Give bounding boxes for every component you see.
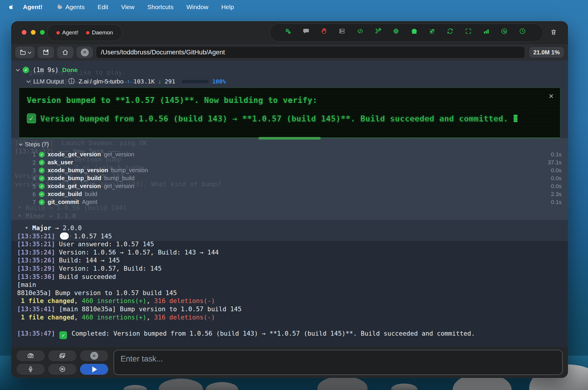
- main-content: game they'd like to play.[12:12:25] ——— …: [11, 61, 568, 347]
- tokens-up-arrow-icon: ↑: [127, 78, 130, 85]
- folder-icon: [19, 49, 26, 56]
- log-segment: 316 deletions(-): [154, 314, 215, 321]
- step-tool-name: git_commit: [48, 199, 79, 205]
- tools-button[interactable]: [373, 26, 386, 39]
- microphone-icon: [27, 366, 34, 373]
- tokens-in-count: 103.1K: [133, 78, 155, 85]
- step-number: 5: [28, 183, 36, 190]
- chat-button[interactable]: [301, 26, 314, 39]
- clear-path-button[interactable]: ×: [76, 46, 93, 58]
- step-tool-name: xcode_get_version: [48, 151, 101, 158]
- flexed-arm-icon: [56, 4, 63, 11]
- history-button[interactable]: [517, 26, 530, 39]
- code-button[interactable]: [355, 26, 368, 39]
- log-line: [main: [17, 281, 562, 289]
- step-row[interactable]: 7 ✓ git_commit Agent 0.1s: [11, 198, 568, 206]
- menu-item-window[interactable]: Window: [186, 4, 208, 11]
- tab-daemon[interactable]: Daemon: [86, 29, 113, 36]
- terminal-line: ✓Version bumped from 1.0.56 (build 143) …: [27, 113, 560, 123]
- trash-button[interactable]: [549, 27, 562, 40]
- undo-circle-icon: [501, 28, 511, 38]
- log-segment: Version: 1.0.56 → 1.0.57, Build: 143 → 1…: [55, 249, 219, 256]
- log-segment: 1.0.57 145: [70, 232, 112, 240]
- terminal-close-button[interactable]: ×: [549, 92, 554, 100]
- voice-mode-button[interactable]: [48, 364, 76, 375]
- settings-gears-button[interactable]: [283, 26, 296, 39]
- sliders-button[interactable]: [427, 26, 440, 39]
- brain-icon: [411, 28, 421, 38]
- new-folder-button[interactable]: [38, 46, 54, 58]
- task-input[interactable]: [113, 350, 563, 375]
- screenshot-button[interactable]: [16, 350, 45, 361]
- chevron-down-icon: [28, 50, 31, 54]
- minimize-window-button[interactable]: [31, 30, 36, 35]
- menu-item-edit[interactable]: Edit: [98, 4, 108, 11]
- log-segment: [13:35:24]: [17, 249, 55, 256]
- sync-arrows-icon: [447, 28, 457, 38]
- apple-menu[interactable]: [9, 4, 15, 11]
- run-status-row: ✓ (1m 9s) Done: [16, 66, 78, 73]
- llm-output-label: LLM Output: [33, 78, 64, 85]
- zoom-window-button[interactable]: [40, 30, 45, 35]
- status-tabs-pill: Agent! Daemon: [47, 24, 122, 41]
- terminal-resize-handle[interactable]: [258, 137, 321, 140]
- model-brain-icon: [68, 77, 75, 86]
- chevron-down-icon[interactable]: [16, 68, 20, 71]
- step-check-icon: ✓: [39, 191, 45, 197]
- log-segment: Completed: Version bumped from 1.0.56 (b…: [68, 330, 475, 337]
- microphone-button[interactable]: [16, 364, 45, 375]
- close-window-button[interactable]: [22, 30, 26, 35]
- run-duration: (1m 9s): [33, 66, 59, 73]
- play-icon: [92, 366, 97, 372]
- steps-header[interactable]: Steps (7): [19, 141, 49, 148]
- step-row[interactable]: 3 ✓ xcode_bump_version bump_version 0.0s: [11, 166, 568, 174]
- cpu-button[interactable]: [391, 26, 404, 39]
- log-segment: [13:35:47]: [17, 330, 55, 337]
- log-line: • Major → 2.0.0: [17, 224, 562, 232]
- stats-button[interactable]: [481, 26, 494, 39]
- photos-button[interactable]: [48, 350, 76, 361]
- chevron-down-icon[interactable]: [26, 79, 30, 83]
- menu-app-name[interactable]: Agent!: [23, 4, 43, 11]
- path-input[interactable]: /Users/toddbruss/Documents/GitHub/Agent: [96, 46, 525, 58]
- log-segment: ,: [74, 297, 82, 304]
- tab-label: Daemon: [92, 29, 113, 36]
- step-sub-name: build: [85, 191, 97, 197]
- fullscreen-corners-icon: [465, 28, 475, 38]
- trash-icon: [550, 29, 560, 39]
- sync-button[interactable]: [445, 26, 458, 39]
- menu-item-agents[interactable]: Agents: [56, 4, 85, 11]
- menu-item-view[interactable]: View: [121, 4, 134, 11]
- step-number: 3: [28, 167, 36, 174]
- stop-button[interactable]: [319, 26, 332, 39]
- step-sub-name: get_version: [104, 183, 134, 190]
- step-row[interactable]: 1 ✓ xcode_get_version get_version 0.1s: [11, 150, 568, 158]
- step-row[interactable]: 5 ✓ xcode_get_version get_version 0.0s: [11, 182, 568, 190]
- clear-task-button[interactable]: ×: [80, 350, 108, 361]
- log-line: 1 file changed, 460 insertions(+), 316 d…: [17, 313, 562, 322]
- menu-item-help[interactable]: Help: [221, 4, 234, 11]
- llm-progress-bar: [182, 80, 209, 83]
- log-segment: [13:35:36]: [17, 273, 55, 280]
- tab-label: Agent!: [62, 29, 78, 36]
- run-task-button[interactable]: [80, 364, 108, 375]
- terminal-cursor: [514, 115, 517, 122]
- folder-picker-button[interactable]: [15, 46, 35, 58]
- photos-icon: [59, 352, 66, 359]
- menu-item-label: Edit: [98, 4, 108, 11]
- step-row[interactable]: 4 ✓ xcode_bump_build bump_build 0.0s: [11, 174, 568, 182]
- brain-button[interactable]: [409, 26, 422, 39]
- menu-item-shortcuts[interactable]: Shortcuts: [147, 4, 173, 11]
- check-badge-icon: ✓: [27, 113, 36, 123]
- fullscreen-button[interactable]: [463, 26, 476, 39]
- server-button[interactable]: [337, 26, 350, 39]
- home-button[interactable]: [57, 46, 74, 58]
- llm-progress-percent: 100%: [212, 78, 226, 85]
- tab-agent[interactable]: Agent!: [56, 29, 78, 36]
- menu-bar: Agent! Agents Edit View Shortcuts Window…: [0, 0, 588, 14]
- step-row[interactable]: 6 ✓ xcode_build build 2.3s: [11, 190, 568, 198]
- undo-button[interactable]: [499, 26, 512, 39]
- step-row[interactable]: 2 ✓ ask_user 37.1s: [11, 158, 568, 166]
- log-line: 8810e35a] Bump version to 1.0.57 build 1…: [17, 289, 562, 297]
- log-segment: 8810e35a] Bump version to 1.0.57 build 1…: [17, 289, 177, 297]
